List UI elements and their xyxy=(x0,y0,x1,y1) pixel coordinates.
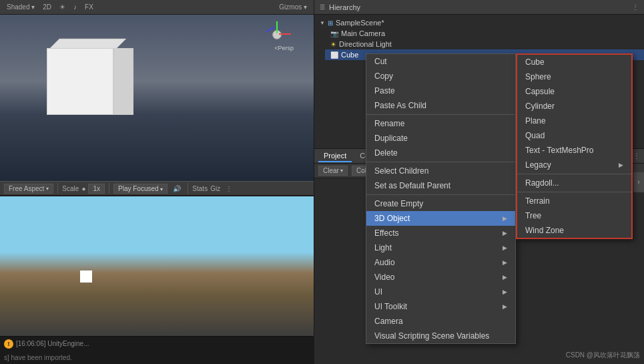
menu-select-children[interactable]: Select Children xyxy=(366,164,515,178)
light-menu-label: Light xyxy=(374,243,392,252)
menu-ui[interactable]: UI ▶ xyxy=(366,285,515,299)
submenu-cube-label: Cube xyxy=(525,57,545,67)
menu-rename[interactable]: Rename xyxy=(366,116,515,131)
light-arrow: ▶ xyxy=(503,244,507,251)
submenu-terrain-label: Terrain xyxy=(525,196,550,206)
audio-arrow: ▶ xyxy=(503,259,507,266)
submenu-plane[interactable]: Plane xyxy=(517,114,631,128)
menu-visual-scripting[interactable]: Visual Scripting Scene Variables xyxy=(366,329,515,343)
menu-delete[interactable]: Delete xyxy=(366,146,515,160)
main-container: Shaded ▾ 2D ☀ ♪ FX Gizmos ▾ xyxy=(0,0,644,364)
delete-label: Delete xyxy=(374,148,398,158)
menu-sep-2 xyxy=(366,162,515,162)
submenu-text-mesh-pro[interactable]: Text - TextMeshPro xyxy=(517,143,631,158)
submenu-legacy[interactable]: Legacy ▶ xyxy=(517,158,631,172)
submenu-capsule-label: Capsule xyxy=(525,87,555,96)
submenu-wind-zone[interactable]: Wind Zone xyxy=(517,223,631,238)
menu-camera[interactable]: Camera xyxy=(366,314,515,329)
submenu-sphere[interactable]: Sphere xyxy=(517,69,631,84)
submenu-quad-label: Quad xyxy=(525,131,545,140)
submenu-cylinder[interactable]: Cylinder xyxy=(517,99,631,114)
submenu-sphere-label: Sphere xyxy=(525,72,551,81)
menu-video[interactable]: Video ▶ xyxy=(366,270,515,285)
menu-sep-1 xyxy=(366,114,515,115)
submenu-tree[interactable]: Tree xyxy=(517,208,631,223)
copy-label: Copy xyxy=(374,71,393,81)
menu-audio[interactable]: Audio ▶ xyxy=(366,255,515,270)
menu-light[interactable]: Light ▶ xyxy=(366,240,515,255)
context-menu: Cut Copy Paste Paste As Child Rename Dup… xyxy=(366,53,516,344)
ui-toolkit-arrow: ▶ xyxy=(503,303,507,310)
submenu-legacy-label: Legacy xyxy=(525,160,551,170)
menu-create-empty[interactable]: Create Empty xyxy=(366,196,515,211)
submenu-3d-object: Cube Sphere Capsule Cylinder Plane Quad … xyxy=(516,53,633,239)
menu-sep-3 xyxy=(366,194,515,195)
submenu-plane-label: Plane xyxy=(525,116,546,126)
camera-menu-label: Camera xyxy=(374,317,403,326)
submenu-text-mesh-label: Text - TextMeshPro xyxy=(525,146,593,155)
submenu-ragdoll[interactable]: Ragdoll... xyxy=(517,176,631,190)
rename-label: Rename xyxy=(374,119,404,128)
duplicate-label: Duplicate xyxy=(374,134,408,143)
visual-scripting-label: Visual Scripting Scene Variables xyxy=(374,331,489,341)
menu-ui-toolkit[interactable]: UI Toolkit ▶ xyxy=(366,299,515,314)
menu-3d-object[interactable]: 3D Object ▶ xyxy=(366,211,515,226)
ui-toolkit-label: UI Toolkit xyxy=(374,302,407,311)
submenu-cube[interactable]: Cube xyxy=(517,55,631,69)
watermark: CSDN @风吹落叶花飘荡 xyxy=(566,351,640,360)
effects-arrow: ▶ xyxy=(503,230,507,236)
submenu-sep-2 xyxy=(517,192,631,192)
3d-object-arrow: ▶ xyxy=(503,215,507,222)
menu-cut[interactable]: Cut xyxy=(366,54,515,69)
submenu-ragdoll-label: Ragdoll... xyxy=(525,178,559,188)
set-default-parent-label: Set as Default Parent xyxy=(374,181,450,190)
video-label: Video xyxy=(374,272,394,282)
legacy-arrow: ▶ xyxy=(619,162,623,168)
create-empty-label: Create Empty xyxy=(374,199,423,208)
paste-label: Paste xyxy=(374,86,395,96)
menu-set-default-parent[interactable]: Set as Default Parent xyxy=(366,178,515,193)
submenu-cylinder-label: Cylinder xyxy=(525,102,555,111)
submenu-tree-label: Tree xyxy=(525,211,541,220)
ui-arrow: ▶ xyxy=(503,289,507,295)
menu-effects[interactable]: Effects ▶ xyxy=(366,226,515,240)
submenu-terrain[interactable]: Terrain xyxy=(517,194,631,208)
effects-label: Effects xyxy=(374,228,398,238)
menu-copy[interactable]: Copy xyxy=(366,69,515,83)
select-children-label: Select Children xyxy=(374,166,428,176)
paste-as-child-label: Paste As Child xyxy=(374,101,426,110)
submenu-sep-1 xyxy=(517,174,631,174)
audio-label: Audio xyxy=(374,258,395,267)
video-arrow: ▶ xyxy=(503,274,507,281)
menu-duplicate[interactable]: Duplicate xyxy=(366,131,515,146)
context-menu-overlay: Cut Copy Paste Paste As Child Rename Dup… xyxy=(0,0,644,364)
menu-paste[interactable]: Paste xyxy=(366,83,515,98)
menu-paste-as-child[interactable]: Paste As Child xyxy=(366,98,515,113)
submenu-wind-zone-label: Wind Zone xyxy=(525,226,564,235)
3d-object-label: 3D Object xyxy=(374,214,410,223)
submenu-quad[interactable]: Quad xyxy=(517,128,631,143)
cut-label: Cut xyxy=(374,57,387,66)
ui-label: UI xyxy=(374,287,382,297)
submenu-capsule[interactable]: Capsule xyxy=(517,84,631,99)
